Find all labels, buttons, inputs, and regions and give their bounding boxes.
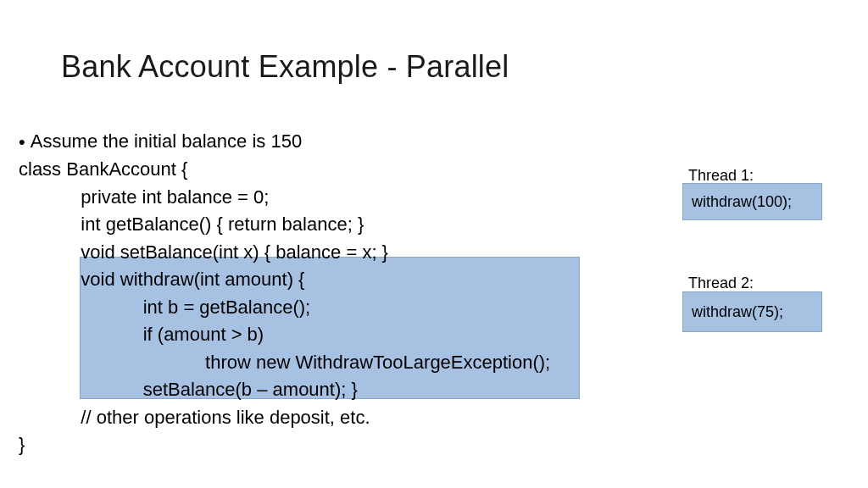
thread-2-label: Thread 2:: [688, 274, 754, 292]
code-line: int b = getBalance();: [19, 294, 550, 322]
code-line: // other operations like deposit, etc.: [19, 404, 550, 432]
code-line: void withdraw(int amount) {: [19, 266, 550, 294]
bullet-dot: •: [19, 130, 25, 154]
code-line: int getBalance() { return balance; }: [19, 211, 550, 239]
slide-title: Bank Account Example - Parallel: [61, 49, 868, 85]
thread-1-label: Thread 1:: [688, 167, 754, 185]
thread-2-call-box: withdraw(75);: [682, 291, 822, 332]
thread-1-call-box: withdraw(100);: [682, 183, 822, 220]
code-line: class BankAccount {: [19, 156, 550, 184]
code-line: private int balance = 0;: [19, 184, 550, 212]
code-line: }: [19, 431, 550, 459]
code-block: class BankAccount { private int balance …: [19, 156, 550, 459]
thread-1-call-text: withdraw(100);: [692, 193, 792, 211]
bullet-text: Assume the initial balance is 150: [31, 130, 302, 152]
code-line: if (amount > b): [19, 321, 550, 349]
code-line: void setBalance(int x) { balance = x; }: [19, 239, 550, 267]
bullet-assumption: • Assume the initial balance is 150: [19, 130, 868, 154]
thread-2-call-text: withdraw(75);: [692, 303, 783, 321]
code-line: throw new WithdrawTooLargeException();: [19, 349, 550, 377]
code-line: setBalance(b – amount); }: [19, 376, 550, 404]
